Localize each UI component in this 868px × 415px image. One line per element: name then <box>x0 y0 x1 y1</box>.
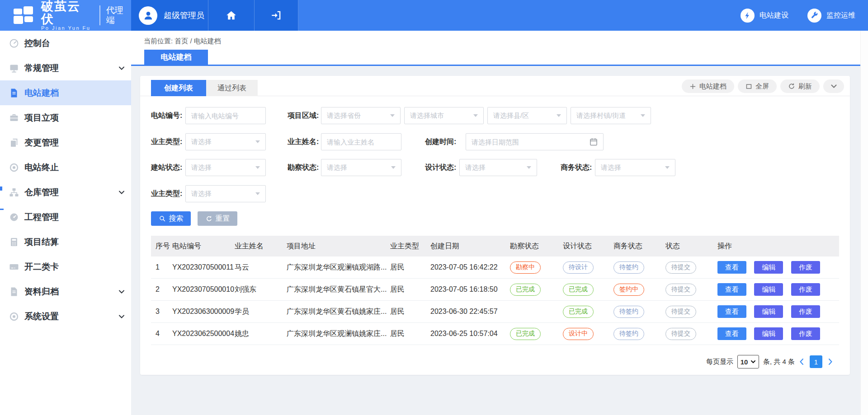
logout-button[interactable] <box>254 0 298 31</box>
logo[interactable]: 破茧云伏 Po Jian Yun Fu 代理端 <box>0 0 131 31</box>
edit-button[interactable]: 编辑 <box>754 305 783 318</box>
sidebar-item-engineering-mgmt[interactable]: 工程管理 <box>0 205 131 229</box>
gauge-icon <box>9 212 19 223</box>
town-select[interactable]: 请选择村镇/街道 <box>571 107 651 124</box>
plus-icon <box>689 83 696 90</box>
sidebar-item-change-mgmt[interactable]: 变更管理 <box>0 130 131 155</box>
refresh-button[interactable]: 刷新 <box>780 79 820 93</box>
city-select[interactable]: 请选择城市 <box>404 107 484 124</box>
app-header: 破茧云伏 Po Jian Yun Fu 代理端 超级管理员 <box>0 0 868 31</box>
survey-status-select[interactable]: 请选择 <box>321 159 401 176</box>
owner-name-input[interactable] <box>321 133 401 150</box>
void-button[interactable]: 作废 <box>791 261 820 274</box>
owner-type-select[interactable]: 请选择 <box>185 133 266 150</box>
dashboard-icon <box>9 38 19 49</box>
sidebar-item-label: 项目立项 <box>24 112 59 124</box>
province-select[interactable]: 请选择省份 <box>321 107 401 124</box>
card-header: 创建列表 通过列表 电站建档 全屏 <box>140 76 850 96</box>
sidebar-item-label: 常规管理 <box>24 62 59 74</box>
sidebar-item-label: 系统设置 <box>24 311 59 322</box>
owner-type2-select[interactable]: 请选择 <box>185 185 266 202</box>
caret-down-icon <box>665 166 670 169</box>
view-button[interactable]: 查看 <box>717 283 746 296</box>
status-badge: 待提交 <box>665 328 696 340</box>
header-spacer <box>298 0 741 31</box>
fullscreen-button[interactable]: 全屏 <box>738 79 777 93</box>
void-button[interactable]: 作废 <box>791 283 820 296</box>
view-button[interactable]: 查看 <box>717 305 746 318</box>
fullscreen-label: 全屏 <box>755 82 769 91</box>
county-select[interactable]: 请选择县/区 <box>487 107 567 124</box>
chevron-down-icon <box>118 314 125 319</box>
sidebar-item-label: 变更管理 <box>24 137 59 149</box>
void-button[interactable]: 作废 <box>791 305 820 318</box>
col-survey: 勘察状态 <box>510 242 563 251</box>
view-button[interactable]: 查看 <box>717 261 746 274</box>
col-design: 设计状态 <box>563 242 613 251</box>
create-station-button[interactable]: 电站建档 <box>682 79 734 93</box>
table-row: 3 YX2023063000009 学员 广东深圳龙华区黄石镇姚家庄... 居民… <box>151 301 839 323</box>
sidebar: 控制台 常规管理 电站建档 项目立项 <box>0 31 131 415</box>
sidebar-item-data-archive[interactable]: 资料归档 <box>0 279 131 304</box>
filter-actions: 搜索 重置 <box>151 211 237 226</box>
prev-page-button[interactable] <box>799 358 804 365</box>
fullscreen-icon <box>745 83 752 90</box>
home-button[interactable] <box>208 0 254 31</box>
sidebar-item-project-settlement[interactable]: 项目结算 <box>0 229 131 254</box>
status-badge: 待设计 <box>563 261 594 274</box>
sidebar-item-general-mgmt[interactable]: 常规管理 <box>0 56 131 80</box>
nav-monitor-label: 监控运维 <box>826 11 855 20</box>
sidebar-item-warehouse-mgmt[interactable]: 仓库管理 <box>0 180 131 205</box>
void-button[interactable]: 作废 <box>791 327 820 340</box>
date-range-input[interactable] <box>466 133 604 150</box>
table-header: 序号 电站编号 业主姓名 项目地址 业主类型 创建日期 勘察状态 设计状态 商务… <box>151 236 839 256</box>
user-menu[interactable]: 超级管理员 <box>131 0 208 31</box>
app-subtitle: Po Jian Yun Fu <box>41 25 92 31</box>
edit-button[interactable]: 编辑 <box>754 327 783 340</box>
caret-down-icon <box>473 114 478 117</box>
lightning-icon <box>741 9 755 23</box>
collapse-toolbar-button[interactable] <box>823 79 844 93</box>
nav-monitor-ops[interactable]: 监控运维 <box>807 0 855 31</box>
per-page-label: 每页显示 <box>706 358 733 366</box>
breadcrumb-label: 当前位置: <box>144 37 173 45</box>
reset-button[interactable]: 重置 <box>198 211 237 226</box>
sidebar-item-class2-card[interactable]: 开二类卡 <box>0 254 131 279</box>
sidebar-item-system-settings[interactable]: 系统设置 <box>0 304 131 329</box>
tab-passed-list[interactable]: 通过列表 <box>206 80 258 96</box>
total-count-label: 条, 共 4 条 <box>763 358 795 366</box>
sidebar-item-label: 工程管理 <box>24 211 59 223</box>
breadcrumb-path[interactable]: 首页 / 电站建档 <box>175 37 221 45</box>
chevron-left-icon <box>799 358 804 365</box>
sidebar-item-station-termination[interactable]: 电站终止 <box>0 155 131 180</box>
next-page-button[interactable] <box>828 358 833 365</box>
station-code-input[interactable] <box>185 107 266 124</box>
edit-button[interactable]: 编辑 <box>754 261 783 274</box>
edit-button[interactable]: 编辑 <box>754 283 783 296</box>
sidebar-item-station-archive[interactable]: 电站建档 <box>0 80 131 105</box>
caret-down-icon <box>390 114 395 117</box>
page-number-button[interactable]: 1 <box>810 355 822 368</box>
home-icon <box>225 9 237 22</box>
col-owner-type: 业主类型 <box>390 242 430 251</box>
caret-down-icon <box>557 114 561 117</box>
col-address: 项目地址 <box>287 242 390 251</box>
col-code: 电站编号 <box>172 242 235 251</box>
page-scrollbar[interactable] <box>860 31 868 415</box>
refresh-icon <box>788 83 795 90</box>
business-status-select[interactable]: 请选择 <box>595 159 675 176</box>
design-status-select[interactable]: 请选择 <box>459 159 537 176</box>
nav-station-build[interactable]: 电站建设 <box>741 0 788 31</box>
tab-create-list[interactable]: 创建列表 <box>151 80 206 96</box>
sidebar-item-console[interactable]: 控制台 <box>0 31 131 56</box>
calendar-icon[interactable] <box>589 137 598 146</box>
search-button[interactable]: 搜索 <box>151 211 191 226</box>
sidebar-item-project-initiation[interactable]: 项目立项 <box>0 105 131 130</box>
per-page-select[interactable]: 10 <box>737 355 759 368</box>
view-button[interactable]: 查看 <box>717 327 746 340</box>
page-tab-station-archive[interactable]: 电站建档 <box>144 50 208 65</box>
build-status-select[interactable]: 请选择 <box>185 159 266 176</box>
table-row: 1 YX2023070500011 马云 广东深圳龙华区观澜镇观湖路... 居民… <box>151 256 839 279</box>
filter-row-1: 电站编号: 项目区域: 请选择省份 请选择城市 请选择县/区 请选择村镇/街道 <box>140 107 850 124</box>
sidebar-scroll-indicator <box>0 209 4 210</box>
